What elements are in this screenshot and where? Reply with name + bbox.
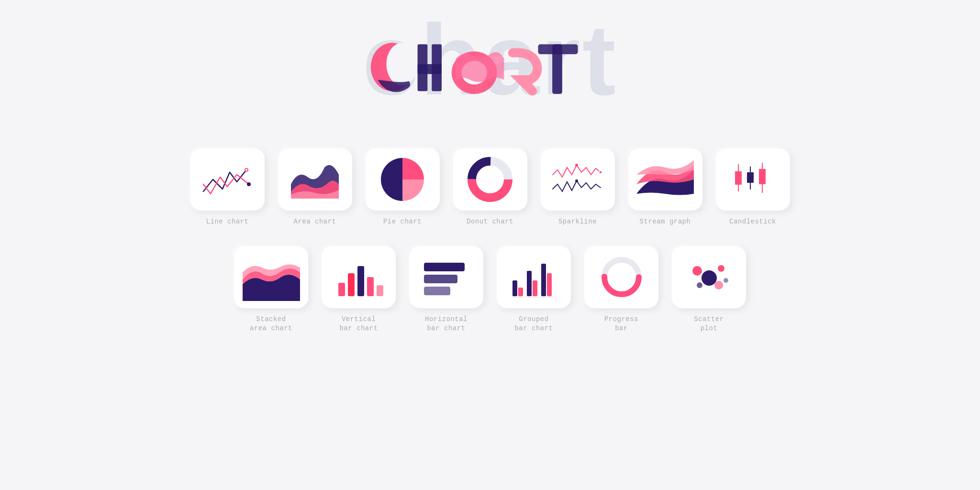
label-progress: Progress bar <box>604 315 638 334</box>
label-vbar: Vertical bar chart <box>339 315 378 334</box>
chart-row-2: Stacked area chart Vertical bar chart <box>234 246 746 334</box>
svg-point-47 <box>718 265 724 272</box>
card-grouped <box>497 246 571 308</box>
svg-point-45 <box>702 270 717 286</box>
chart-item-hbar[interactable]: Horizontal bar chart <box>409 246 483 334</box>
label-pie: Pie chart <box>383 217 422 227</box>
card-pie <box>366 148 440 211</box>
card-scatter <box>672 246 746 308</box>
card-candlestick <box>716 148 790 211</box>
label-stream: Stream graph <box>640 217 691 227</box>
card-progress <box>584 246 658 308</box>
chart-item-stream[interactable]: Stream graph <box>628 148 702 227</box>
svg-point-17 <box>599 171 602 174</box>
card-vbar <box>322 246 396 308</box>
svg-point-15 <box>477 166 503 193</box>
label-candlestick: Candlestick <box>729 217 776 227</box>
svg-rect-36 <box>512 280 517 296</box>
label-donut: Donut chart <box>467 217 513 227</box>
hero-title-bg: chart <box>362 10 618 110</box>
svg-rect-30 <box>357 266 364 296</box>
svg-rect-34 <box>424 275 457 283</box>
chart-item-candlestick[interactable]: Candlestick <box>716 148 790 227</box>
svg-point-48 <box>714 281 723 290</box>
svg-point-16 <box>575 164 578 167</box>
chart-item-pie[interactable]: Pie chart <box>366 148 440 227</box>
svg-rect-31 <box>367 277 374 296</box>
chart-item-area[interactable]: Area chart <box>278 148 352 227</box>
chart-item-sparkline[interactable]: Sparkline <box>541 148 615 227</box>
svg-rect-37 <box>518 288 523 296</box>
svg-point-50 <box>724 278 728 283</box>
svg-point-46 <box>692 266 702 276</box>
svg-point-49 <box>697 282 702 288</box>
svg-rect-40 <box>541 264 546 296</box>
chart-row-1: Line chart Area chart <box>190 148 790 227</box>
card-hbar <box>409 246 483 308</box>
svg-rect-41 <box>547 273 552 296</box>
label-sparkline: Sparkline <box>558 217 597 227</box>
card-stream <box>628 148 702 211</box>
chart-item-grouped[interactable]: Grouped bar chart <box>497 246 571 334</box>
chart-item-scatter[interactable]: Scatter plot <box>672 246 746 334</box>
label-scatter: Scatter plot <box>694 315 724 334</box>
hero-section: chart <box>155 10 825 124</box>
chart-item-vbar[interactable]: Vertical bar chart <box>322 246 396 334</box>
label-hbar: Horizontal bar chart <box>425 315 468 334</box>
card-area <box>278 148 352 211</box>
label-stacked: Stacked area chart <box>250 315 292 334</box>
svg-rect-39 <box>533 280 537 296</box>
svg-rect-33 <box>424 263 465 271</box>
card-sparkline <box>541 148 615 211</box>
svg-rect-32 <box>377 285 383 296</box>
card-line <box>190 148 265 211</box>
svg-rect-23 <box>747 172 754 183</box>
label-line: Line chart <box>206 217 248 227</box>
svg-rect-38 <box>527 271 532 296</box>
chart-item-stacked[interactable]: Stacked area chart <box>234 246 308 334</box>
label-area: Area chart <box>293 217 336 227</box>
svg-point-10 <box>245 169 247 171</box>
svg-rect-35 <box>424 287 450 295</box>
svg-rect-26 <box>759 169 766 184</box>
svg-point-11 <box>247 182 251 186</box>
label-grouped: Grouped bar chart <box>514 315 553 334</box>
card-donut <box>453 148 527 211</box>
svg-rect-28 <box>338 283 345 296</box>
card-stacked <box>234 246 308 308</box>
svg-rect-29 <box>348 273 355 296</box>
chart-item-progress[interactable]: Progress bar <box>584 246 658 334</box>
svg-point-18 <box>575 179 578 182</box>
svg-rect-20 <box>735 171 742 185</box>
chart-item-donut[interactable]: Donut chart <box>453 148 527 227</box>
chart-item-line[interactable]: Line chart <box>190 148 265 227</box>
